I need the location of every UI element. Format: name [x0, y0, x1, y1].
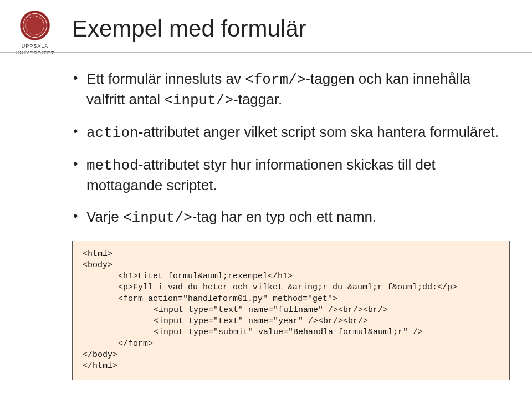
bullet-text: -attributet styr hur informationen skick… [86, 156, 436, 193]
bullet-text: -taggar. [233, 91, 282, 108]
bullet-item: method-attributet styr hur informationen… [72, 155, 510, 195]
slide-content: Exempel med formulär Ett formulär innesl… [72, 16, 510, 380]
code-line: <form action="handleform01.py" method="g… [83, 294, 499, 305]
inline-code: method [86, 157, 139, 174]
code-line: </form> [83, 339, 499, 350]
slide-title: Exempel med formulär [72, 16, 510, 42]
title-divider [0, 52, 532, 53]
code-line: <input type="submit" value="Behandla for… [83, 327, 499, 338]
code-line: <input type="text" name="year" /><br/><b… [83, 316, 499, 327]
university-logo: UPPSALA UNIVERSITET [10, 11, 60, 56]
bullet-item: Ett formulär innesluts av <form/>-taggen… [72, 69, 510, 110]
seal-icon [21, 11, 49, 40]
bullet-text: Ett formulär innesluts av [86, 70, 245, 87]
code-line: <body> [83, 260, 112, 270]
logo-text-line2: UNIVERSITET [10, 50, 60, 57]
bullet-text: Varje [86, 208, 123, 225]
code-line: <h1>Litet formul&auml;rexempel</h1> [83, 271, 499, 282]
bullet-text: -tag har en typ och ett namn. [192, 208, 376, 225]
logo-text-line1: UPPSALA [10, 43, 60, 50]
code-line: </html> [83, 361, 117, 371]
inline-code: <input/> [123, 209, 192, 226]
code-line: <p>Fyll i vad du heter och vilket &aring… [83, 282, 499, 293]
bullet-item: Varje <input/>-tag har en typ och ett na… [72, 207, 510, 228]
code-example: <html> <body> <h1>Litet formul&auml;rexe… [72, 241, 510, 381]
inline-code: <form/> [245, 71, 305, 88]
code-line: <input type="text" name="fullname" /><br… [83, 305, 499, 316]
code-line: </body> [83, 350, 117, 360]
inline-code: action [86, 125, 139, 141]
inline-code: <input/> [164, 92, 233, 109]
code-line: <html> [83, 249, 112, 259]
bullet-list: Ett formulär innesluts av <form/>-taggen… [72, 69, 510, 228]
bullet-text: -attributet anger vilket script som ska … [139, 124, 499, 140]
bullet-item: action-attributet anger vilket script so… [72, 122, 510, 143]
